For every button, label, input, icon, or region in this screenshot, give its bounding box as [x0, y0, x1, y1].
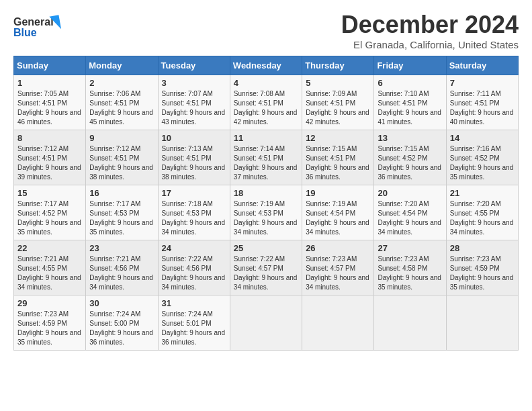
day-number: 13: [378, 133, 442, 143]
day-detail: Sunrise: 7:24 AMSunset: 5:00 PMDaylight:…: [89, 310, 153, 346]
day-detail: Sunrise: 7:15 AMSunset: 4:52 PMDaylight:…: [378, 145, 441, 181]
calendar-header-cell: Saturday: [446, 56, 518, 75]
page-title: December 2024: [341, 11, 519, 39]
day-number: 30: [89, 298, 154, 308]
calendar-header-cell: Thursday: [302, 56, 374, 75]
title-section: December 2024 El Granada, California, Un…: [341, 11, 519, 50]
day-number: 6: [378, 78, 442, 88]
day-detail: Sunrise: 7:14 AMSunset: 4:51 PMDaylight:…: [234, 145, 298, 181]
calendar-day-cell: 27 Sunrise: 7:23 AMSunset: 4:58 PMDaylig…: [374, 240, 446, 295]
day-number: 16: [89, 188, 154, 198]
logo-icon: General Blue: [13, 11, 67, 41]
day-number: 10: [162, 133, 226, 143]
day-detail: Sunrise: 7:11 AMSunset: 4:51 PMDaylight:…: [450, 90, 514, 126]
calendar-week-row: 15 Sunrise: 7:17 AMSunset: 4:52 PMDaylig…: [14, 185, 519, 240]
day-detail: Sunrise: 7:07 AMSunset: 4:51 PMDaylight:…: [162, 90, 226, 126]
calendar-day-cell: 5 Sunrise: 7:09 AMSunset: 4:51 PMDayligh…: [302, 75, 374, 130]
day-number: 2: [89, 78, 154, 88]
day-detail: Sunrise: 7:22 AMSunset: 4:57 PMDaylight:…: [234, 255, 298, 291]
page-subtitle: El Granada, California, United States: [341, 39, 519, 50]
calendar-day-cell: [230, 295, 302, 351]
day-detail: Sunrise: 7:23 AMSunset: 4:57 PMDaylight:…: [306, 255, 369, 291]
day-detail: Sunrise: 7:20 AMSunset: 4:54 PMDaylight:…: [378, 200, 441, 236]
day-number: 23: [89, 243, 154, 253]
day-detail: Sunrise: 7:19 AMSunset: 4:54 PMDaylight:…: [306, 200, 369, 236]
day-number: 27: [378, 243, 442, 253]
day-number: 12: [306, 133, 370, 143]
calendar-day-cell: 18 Sunrise: 7:19 AMSunset: 4:53 PMDaylig…: [230, 185, 302, 240]
calendar-day-cell: 23 Sunrise: 7:21 AMSunset: 4:56 PMDaylig…: [86, 240, 158, 295]
calendar-day-cell: 17 Sunrise: 7:18 AMSunset: 4:53 PMDaylig…: [158, 185, 230, 240]
calendar-day-cell: 15 Sunrise: 7:17 AMSunset: 4:52 PMDaylig…: [14, 185, 86, 240]
calendar-day-cell: 25 Sunrise: 7:22 AMSunset: 4:57 PMDaylig…: [230, 240, 302, 295]
calendar-body: 1 Sunrise: 7:05 AMSunset: 4:51 PMDayligh…: [14, 75, 519, 351]
calendar-day-cell: 24 Sunrise: 7:22 AMSunset: 4:56 PMDaylig…: [158, 240, 230, 295]
calendar-day-cell: 7 Sunrise: 7:11 AMSunset: 4:51 PMDayligh…: [446, 75, 518, 130]
day-number: 21: [450, 188, 515, 198]
svg-text:Blue: Blue: [13, 27, 37, 38]
day-detail: Sunrise: 7:22 AMSunset: 4:56 PMDaylight:…: [162, 255, 226, 291]
day-detail: Sunrise: 7:24 AMSunset: 5:01 PMDaylight:…: [162, 310, 226, 346]
calendar-day-cell: 31 Sunrise: 7:24 AMSunset: 5:01 PMDaylig…: [158, 295, 230, 351]
day-detail: Sunrise: 7:13 AMSunset: 4:51 PMDaylight:…: [162, 145, 226, 181]
day-detail: Sunrise: 7:19 AMSunset: 4:53 PMDaylight:…: [234, 200, 298, 236]
day-number: 20: [378, 188, 442, 198]
day-number: 24: [162, 243, 226, 253]
svg-text:General: General: [13, 16, 54, 28]
calendar-day-cell: 10 Sunrise: 7:13 AMSunset: 4:51 PMDaylig…: [158, 130, 230, 185]
calendar-header-cell: Wednesday: [230, 56, 302, 75]
day-detail: Sunrise: 7:23 AMSunset: 4:59 PMDaylight:…: [450, 255, 514, 291]
calendar-header-cell: Tuesday: [158, 56, 230, 75]
logo: General Blue: [13, 11, 67, 41]
day-number: 9: [89, 133, 154, 143]
calendar-header-cell: Monday: [86, 56, 158, 75]
day-number: 17: [162, 188, 226, 198]
calendar-week-row: 29 Sunrise: 7:23 AMSunset: 4:59 PMDaylig…: [14, 295, 519, 351]
day-detail: Sunrise: 7:12 AMSunset: 4:51 PMDaylight:…: [17, 145, 81, 181]
calendar-day-cell: 6 Sunrise: 7:10 AMSunset: 4:51 PMDayligh…: [374, 75, 446, 130]
calendar-day-cell: 14 Sunrise: 7:16 AMSunset: 4:52 PMDaylig…: [446, 130, 518, 185]
day-number: 15: [17, 188, 82, 198]
day-number: 5: [306, 78, 370, 88]
day-detail: Sunrise: 7:05 AMSunset: 4:51 PMDaylight:…: [17, 90, 81, 126]
calendar-week-row: 1 Sunrise: 7:05 AMSunset: 4:51 PMDayligh…: [14, 75, 519, 130]
day-number: 3: [162, 78, 226, 88]
day-number: 18: [234, 188, 298, 198]
day-detail: Sunrise: 7:23 AMSunset: 4:59 PMDaylight:…: [17, 310, 81, 346]
day-detail: Sunrise: 7:10 AMSunset: 4:51 PMDaylight:…: [378, 90, 441, 126]
day-detail: Sunrise: 7:20 AMSunset: 4:55 PMDaylight:…: [450, 200, 514, 236]
day-detail: Sunrise: 7:12 AMSunset: 4:51 PMDaylight:…: [89, 145, 153, 181]
calendar-day-cell: [374, 295, 446, 351]
day-detail: Sunrise: 7:17 AMSunset: 4:53 PMDaylight:…: [89, 200, 153, 236]
day-number: 1: [17, 78, 82, 88]
calendar-day-cell: 8 Sunrise: 7:12 AMSunset: 4:51 PMDayligh…: [14, 130, 86, 185]
calendar-day-cell: 21 Sunrise: 7:20 AMSunset: 4:55 PMDaylig…: [446, 185, 518, 240]
day-detail: Sunrise: 7:17 AMSunset: 4:52 PMDaylight:…: [17, 200, 81, 236]
calendar-day-cell: 9 Sunrise: 7:12 AMSunset: 4:51 PMDayligh…: [86, 130, 158, 185]
day-detail: Sunrise: 7:16 AMSunset: 4:52 PMDaylight:…: [450, 145, 514, 181]
day-number: 25: [234, 243, 298, 253]
day-number: 7: [450, 78, 515, 88]
calendar-day-cell: 1 Sunrise: 7:05 AMSunset: 4:51 PMDayligh…: [14, 75, 86, 130]
day-detail: Sunrise: 7:08 AMSunset: 4:51 PMDaylight:…: [234, 90, 298, 126]
calendar-day-cell: [302, 295, 374, 351]
header-row: SundayMondayTuesdayWednesdayThursdayFrid…: [14, 56, 519, 75]
calendar-week-row: 8 Sunrise: 7:12 AMSunset: 4:51 PMDayligh…: [14, 130, 519, 185]
day-detail: Sunrise: 7:06 AMSunset: 4:51 PMDaylight:…: [89, 90, 153, 126]
calendar-day-cell: 19 Sunrise: 7:19 AMSunset: 4:54 PMDaylig…: [302, 185, 374, 240]
day-detail: Sunrise: 7:23 AMSunset: 4:58 PMDaylight:…: [378, 255, 441, 291]
calendar-day-cell: [446, 295, 518, 351]
calendar-header-cell: Friday: [374, 56, 446, 75]
calendar-day-cell: 16 Sunrise: 7:17 AMSunset: 4:53 PMDaylig…: [86, 185, 158, 240]
day-detail: Sunrise: 7:21 AMSunset: 4:56 PMDaylight:…: [89, 255, 153, 291]
day-number: 14: [450, 133, 515, 143]
calendar-day-cell: 22 Sunrise: 7:21 AMSunset: 4:55 PMDaylig…: [14, 240, 86, 295]
day-detail: Sunrise: 7:09 AMSunset: 4:51 PMDaylight:…: [306, 90, 369, 126]
calendar-day-cell: 11 Sunrise: 7:14 AMSunset: 4:51 PMDaylig…: [230, 130, 302, 185]
calendar-day-cell: 13 Sunrise: 7:15 AMSunset: 4:52 PMDaylig…: [374, 130, 446, 185]
day-number: 19: [306, 188, 370, 198]
calendar-table: SundayMondayTuesdayWednesdayThursdayFrid…: [13, 56, 519, 351]
calendar-week-row: 22 Sunrise: 7:21 AMSunset: 4:55 PMDaylig…: [14, 240, 519, 295]
page-header: General Blue December 2024 El Granada, C…: [13, 11, 519, 50]
calendar-day-cell: 30 Sunrise: 7:24 AMSunset: 5:00 PMDaylig…: [86, 295, 158, 351]
